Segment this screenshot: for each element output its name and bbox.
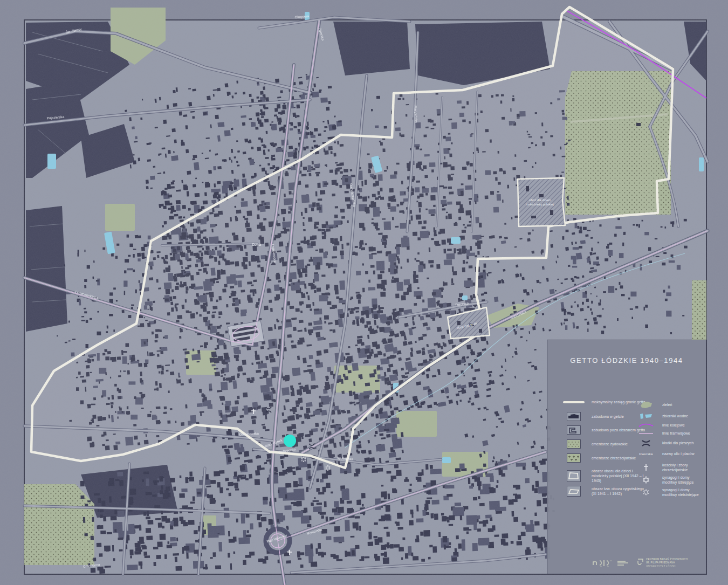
legend-item-buildings-inside: zabudowa w getcie [561, 412, 645, 421]
legend-item-jewish-cemeteries: cmentarze żydowskie [561, 439, 645, 449]
church-cross-icon [635, 463, 657, 472]
children-camp-label: obóz dla dzieci [529, 198, 551, 202]
legend-item-ghetto-boundary: maksymalny zasięg granic getta [561, 400, 645, 405]
christian-cemeteries-icon [561, 453, 586, 463]
legend-item-buildings-outside: zabudowa poza obszarem getta [561, 425, 645, 435]
legend-item-greenery: zieleń [635, 401, 702, 409]
university-logo: CENTRUM BADAŃ ŻYDOWSKICH IM. FILIPA FRIE… [637, 558, 688, 569]
jewish-cemeteries-icon [561, 439, 586, 449]
street-name-sample: Dworska [635, 452, 657, 456]
legend-item-christian-cemeteries: cmentarze chrześcijańskie [561, 453, 645, 463]
legend-item-synagogues-existing: synagogi i domy modlitwy istniejące [635, 475, 702, 485]
broken-star-icon [635, 488, 657, 496]
gypsy-camp-icon [561, 486, 586, 497]
star-of-david-icon [635, 476, 657, 484]
greenery-icon [635, 401, 657, 409]
buildings-inside-icon [561, 412, 586, 421]
legend-item-street-names: Dworska nazwy ulic i placów [635, 451, 702, 456]
buildings-outside-icon [561, 425, 586, 435]
legend-item-children-camp: obszar obozu dla dzieci i młodzieży pols… [561, 469, 645, 483]
ghetto-boundary-icon [561, 400, 586, 405]
legend-panel: GETTO ŁÓDZKIE 1940–1944 maksymalny zasię… [547, 340, 706, 574]
street-label: Dolna [252, 243, 262, 246]
credits: CENTRUM BADAŃ ŻYDOWSKICH IM. FILIPA FRIE… [592, 558, 688, 569]
hebrew-logo [592, 558, 628, 568]
children-camp-label: i młodzieży polskiej [526, 203, 553, 206]
water-bodies-icon [635, 412, 657, 420]
children-camp-icon [561, 470, 586, 482]
legend-item-synagogues-nonexisting: synagogi i domy modlitwy nieistniejące [635, 487, 702, 497]
legend-item-footbridges: kładki dla pieszych [635, 439, 702, 447]
footbridge-icon [635, 439, 657, 447]
map-document: Św. TeresyOkopowaPojezierskaZgierskaMary… [0, 0, 728, 585]
logo-text-bars [617, 561, 628, 566]
legend-item-water-bodies: zbiorniki wodne [635, 412, 702, 420]
org-name-line3: UNIWERSYTET ŁÓDZKI [646, 565, 688, 568]
legend-item-gypsy-camp: obszar tzw. obozu cygańskiego (XI 1941 –… [561, 486, 645, 497]
tram-lines-icon [635, 431, 657, 436]
location-marker[interactable] [284, 435, 296, 447]
legend-item-railway-lines: linie kolejowe [635, 422, 702, 429]
legend-item-tram-lines: linie tramwajowe [635, 431, 702, 436]
map-title: GETTO ŁÓDZKIE 1940–1944 [547, 356, 706, 364]
org-name-line2: IM. FILIPA FRIEDMANA [646, 561, 688, 565]
legend-item-churches: kościoły i zbory chrześcijańskie [635, 463, 702, 472]
railway-lines-icon [635, 422, 657, 429]
